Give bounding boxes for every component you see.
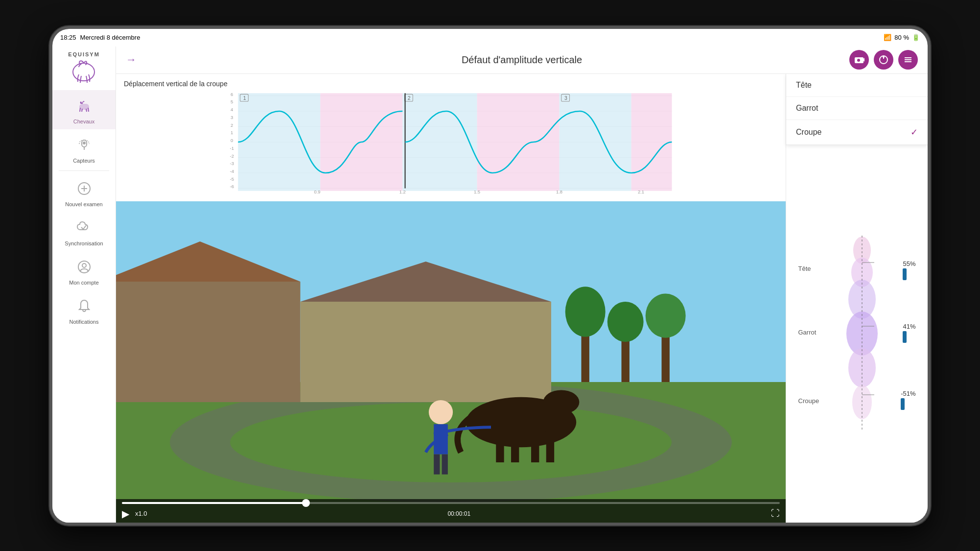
svg-rect-72 (491, 402, 551, 432)
video-left-controls: ▶ x1.0 (122, 508, 147, 520)
cloud-check-icon (73, 217, 95, 239)
speed-label[interactable]: x1.0 (135, 510, 147, 517)
dropdown-item-tete[interactable]: Tête (786, 74, 928, 97)
svg-point-68 (607, 302, 644, 342)
chart-svg: 6 5 4 3 2 1 0 -1 -2 -3 -4 (124, 91, 778, 193)
svg-text:-1: -1 (230, 145, 233, 150)
video-progress-fill (122, 502, 306, 504)
svg-text:6: 6 (231, 91, 233, 96)
header: → Défaut d'amplitude verticale (116, 47, 928, 74)
refresh-button[interactable] (874, 50, 893, 70)
chart-title: Déplacement vertical de la croupe (124, 80, 778, 88)
app-container: EQUISYM (52, 47, 928, 523)
dropdown-label-tete: Tête (796, 81, 812, 90)
logo-text: EQUISYM (68, 51, 100, 57)
diagram-value-tete: 55% (903, 260, 915, 280)
sidebar-item-capteurs[interactable]: Capteurs (52, 129, 116, 168)
svg-rect-38 (238, 93, 320, 191)
svg-text:2: 2 (231, 122, 233, 127)
sidebar-item-nouvel-examen[interactable]: Nouvel examen (52, 173, 116, 212)
left-panel: Déplacement vertical de la croupe 6 5 4 … (116, 74, 786, 523)
status-bar: 18:25 Mercredi 8 décembre 📶 80 % 🔋 (52, 29, 928, 47)
svg-text:1: 1 (231, 130, 233, 135)
sidebar-label-capteurs: Capteurs (73, 158, 95, 164)
diagram-value-croupe: -51% (901, 390, 915, 410)
page-title: Défaut d'amplitude verticale (462, 54, 582, 66)
diagram-label-garrot: Garrot (798, 329, 817, 336)
play-button[interactable]: ▶ (122, 508, 129, 520)
svg-point-73 (543, 390, 580, 414)
svg-rect-63 (301, 302, 552, 402)
svg-text:-6: -6 (230, 184, 233, 189)
fullscreen-button[interactable]: ⛶ (771, 508, 780, 519)
sidebar-item-chevaux[interactable]: Chevaux (52, 90, 116, 129)
battery-icon: 🔋 (912, 34, 920, 41)
video-area: ▶ x1.0 00:00:01 ⛶ (116, 201, 786, 523)
svg-text:-3: -3 (230, 161, 233, 166)
svg-text:1: 1 (243, 95, 246, 100)
svg-text:0: 0 (231, 138, 233, 143)
diagram-label-tete: Tête (798, 265, 811, 272)
svg-text:1,2: 1,2 (399, 189, 406, 193)
svg-text:2: 2 (408, 95, 411, 100)
svg-rect-80 (434, 454, 440, 474)
sidebar-divider-1 (59, 170, 109, 171)
camera-button[interactable] (849, 50, 869, 70)
diagram-value-garrot: 41% (903, 323, 915, 343)
svg-point-78 (429, 400, 453, 424)
svg-text:4: 4 (231, 107, 233, 112)
horse-body-svg (833, 236, 891, 431)
svg-text:2,1: 2,1 (638, 189, 644, 193)
svg-text:1,8: 1,8 (556, 189, 562, 193)
battery-label: 80 % (894, 34, 909, 41)
main-content: → Défaut d'amplitude verticale (116, 47, 928, 523)
sidebar-label-chevaux: Chevaux (73, 119, 94, 124)
status-date: Mercredi 8 décembre (80, 34, 140, 41)
back-button[interactable]: → (126, 53, 137, 66)
dropdown-item-garrot[interactable]: Garrot (786, 97, 928, 120)
status-time: 18:25 (60, 34, 76, 41)
sidebar-label-notifications: Notifications (70, 319, 99, 325)
plus-circle-icon (73, 178, 95, 199)
sidebar-item-notifications[interactable]: Notifications (52, 290, 116, 330)
svg-text:1,5: 1,5 (474, 189, 480, 193)
chart-area: Déplacement vertical de la croupe 6 5 4 … (116, 74, 786, 201)
svg-text:3: 3 (564, 95, 567, 100)
svg-rect-74 (496, 432, 504, 462)
right-panel: Tête Garrot Croupe ✓ (786, 74, 928, 523)
dropdown-label-garrot: Garrot (796, 104, 818, 113)
svg-point-12 (857, 59, 860, 62)
dropdown-menu: Tête Garrot Croupe ✓ (786, 74, 928, 145)
diagram-label-croupe: Croupe (798, 397, 819, 405)
croupe-bar (901, 398, 905, 410)
camera-icon (854, 54, 864, 65)
svg-text:0,9: 0,9 (314, 189, 320, 193)
svg-text:5: 5 (231, 99, 233, 104)
device-frame: 18:25 Mercredi 8 décembre 📶 80 % 🔋 EQUIS… (49, 26, 931, 526)
svg-point-4 (83, 142, 86, 144)
tete-bar (903, 268, 907, 280)
video-bottom-controls: ▶ x1.0 00:00:01 ⛶ (122, 508, 780, 520)
svg-rect-43 (560, 93, 631, 191)
bell-icon (73, 295, 95, 317)
sidebar-label-synchronisation: Synchronisation (65, 240, 103, 246)
svg-rect-75 (511, 434, 519, 462)
logo: EQUISYM (68, 51, 100, 86)
svg-rect-44 (631, 93, 672, 191)
video-progress-bar[interactable] (122, 502, 780, 504)
video-progress-thumb[interactable] (302, 499, 310, 507)
svg-text:-2: -2 (230, 153, 233, 158)
sidebar-item-mon-compte[interactable]: Mon compte (52, 251, 116, 290)
sidebar-label-mon-compte: Mon compte (69, 280, 99, 286)
svg-point-0 (73, 63, 94, 81)
dropdown-item-croupe[interactable]: Croupe ✓ (786, 120, 928, 144)
svg-rect-77 (546, 430, 554, 462)
sidebar-item-synchronisation[interactable]: Synchronisation (52, 212, 116, 251)
sidebar-label-nouvel-examen: Nouvel examen (65, 201, 102, 207)
menu-button[interactable] (898, 50, 918, 70)
svg-rect-61 (116, 282, 301, 402)
svg-text:3: 3 (231, 114, 233, 120)
horse-diagram: Tête Garrot Croupe (786, 145, 928, 523)
refresh-icon (878, 54, 889, 65)
sidebar: EQUISYM (52, 47, 116, 523)
